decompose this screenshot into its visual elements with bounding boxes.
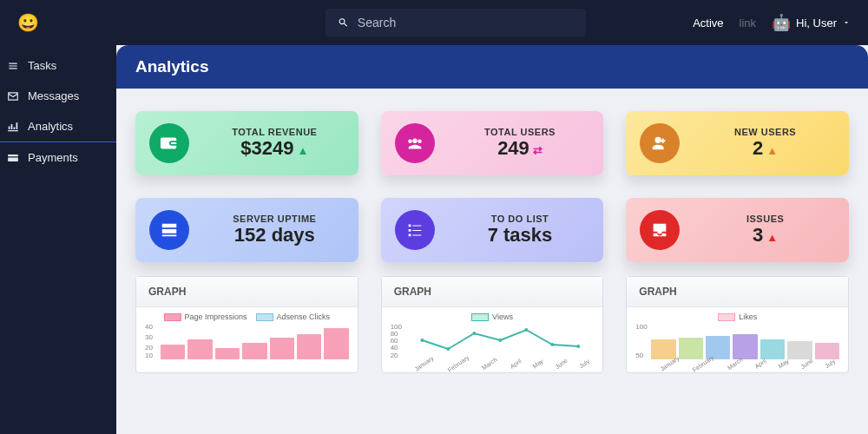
sidebar-item-tasks[interactable]: Tasks [0, 50, 116, 81]
trend-up-icon: ▲ [297, 144, 308, 157]
svg-point-0 [420, 339, 424, 342]
stat-value: 152 days [205, 224, 345, 247]
user-menu[interactable]: 🤖 Hi, User [772, 13, 851, 32]
graph-card-2: GRAPH Views 10080604020 JanuaryFebruaryM… [381, 276, 604, 373]
envelope-icon [7, 90, 19, 102]
stat-value: 249⇄ [450, 137, 590, 160]
search-box[interactable] [326, 9, 586, 36]
stat-value: 3▲ [695, 224, 835, 247]
stat-uptime[interactable]: SERVER UPTIME152 days [135, 198, 358, 262]
chart-icon [7, 121, 19, 133]
svg-point-4 [524, 328, 528, 332]
list-icon [7, 60, 19, 72]
svg-point-2 [472, 332, 476, 335]
svg-point-1 [446, 347, 450, 351]
stat-todo[interactable]: TO DO LIST7 tasks [381, 198, 604, 262]
avatar-icon: 🤖 [772, 13, 791, 32]
sidebar-item-messages[interactable]: Messages [0, 81, 116, 111]
graph-card-3: GRAPH Likes 10050 JanuaryFebruaryMarchAp… [626, 276, 849, 373]
stat-issues[interactable]: ISSUES3▲ [626, 198, 849, 262]
graph-body: Page ImpressionsAdsense Clicks 40302010 [136, 307, 358, 372]
page-title: Analytics [116, 45, 868, 89]
stat-cards: TOTAL REVENUE$3249▲ TOTAL USERS249⇄ NEW … [116, 89, 868, 273]
stat-label: TOTAL USERS [450, 127, 590, 137]
main-wrap: Tasks Messages Analytics Payments Analyt… [0, 45, 868, 434]
search-input[interactable] [358, 16, 574, 30]
user-plus-icon [640, 123, 680, 163]
graph-body: Views 10080604020 JanuaryFebruaryMarchAp… [382, 307, 603, 372]
sidebar-label: Tasks [28, 59, 56, 72]
chevron-down-icon [842, 18, 851, 27]
content: Analytics TOTAL REVENUE$3249▲ TOTAL USER… [116, 45, 868, 434]
stat-value: $3249▲ [205, 137, 345, 160]
svg-point-6 [576, 345, 580, 348]
graphs: GRAPH Page ImpressionsAdsense Clicks 403… [116, 273, 868, 373]
stat-users[interactable]: TOTAL USERS249⇄ [381, 111, 604, 175]
active-link[interactable]: Active [693, 16, 723, 30]
topbar-right: Active link 🤖 Hi, User [693, 13, 851, 32]
stat-value: 7 tasks [450, 224, 590, 247]
sidebar-item-payments[interactable]: Payments [0, 142, 116, 173]
graph-title: GRAPH [382, 277, 603, 307]
stat-label: SERVER UPTIME [205, 214, 345, 224]
users-icon [395, 123, 435, 163]
stat-label: TOTAL REVENUE [205, 127, 345, 137]
svg-point-5 [550, 343, 554, 346]
sidebar-label: Messages [28, 89, 79, 102]
stat-label: TO DO LIST [450, 214, 590, 224]
sidebar: Tasks Messages Analytics Payments [0, 45, 116, 434]
graph-title: GRAPH [136, 277, 358, 307]
stat-revenue[interactable]: TOTAL REVENUE$3249▲ [135, 111, 358, 175]
graph-body: Likes 10050 JanuaryFebruaryMarchAprilMay… [627, 307, 848, 372]
stat-value: 2▲ [695, 137, 835, 160]
wallet-icon [149, 123, 189, 163]
sidebar-label: Payments [28, 151, 78, 164]
server-icon [149, 210, 189, 250]
checklist-icon [395, 210, 435, 250]
inbox-icon [640, 210, 680, 250]
user-greeting: Hi, User [796, 16, 837, 30]
stat-label: ISSUES [695, 214, 835, 224]
sidebar-label: Analytics [28, 120, 73, 133]
topbar: 😀 Active link 🤖 Hi, User [0, 0, 868, 45]
graph-card-1: GRAPH Page ImpressionsAdsense Clicks 403… [135, 276, 358, 373]
stat-new-users[interactable]: NEW USERS2▲ [626, 111, 849, 175]
graph-title: GRAPH [627, 277, 848, 307]
card-icon [7, 152, 19, 164]
trend-up-icon: ▲ [766, 144, 778, 157]
svg-point-3 [498, 339, 502, 342]
swap-icon: ⇄ [533, 144, 542, 157]
link-link[interactable]: link [740, 16, 757, 30]
trend-up-icon: ▲ [766, 231, 778, 244]
search-icon [338, 16, 349, 29]
logo-icon: 😀 [17, 12, 39, 33]
stat-label: NEW USERS [695, 127, 835, 137]
sidebar-item-analytics[interactable]: Analytics [0, 111, 116, 142]
